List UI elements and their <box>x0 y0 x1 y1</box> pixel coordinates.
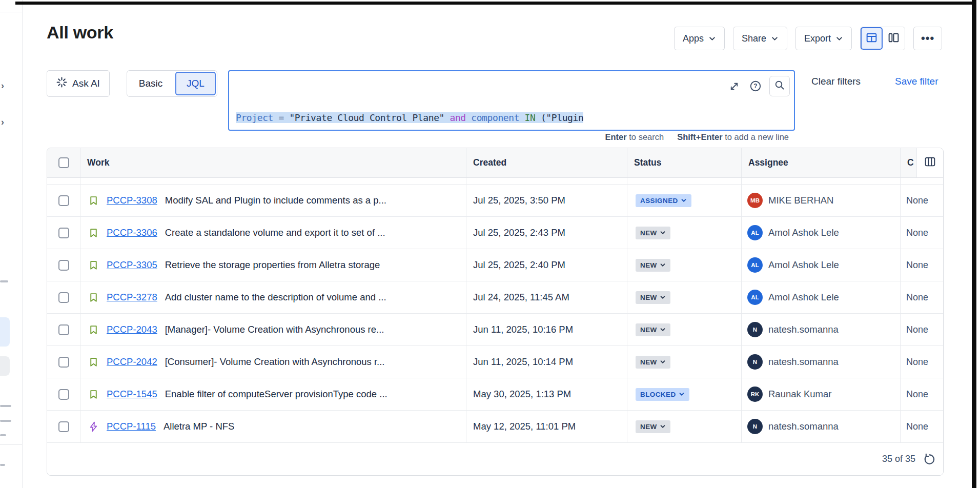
assignee-avatar: N <box>747 322 763 337</box>
table-row[interactable]: PCCP-2042 [Consumer]- Volume Creation wi… <box>47 346 943 378</box>
expand-icon[interactable] <box>726 78 742 94</box>
sidebar-item-fragment[interactable] <box>0 420 11 422</box>
help-icon[interactable]: ? <box>748 78 763 94</box>
status-badge[interactable]: ASSIGNED <box>636 194 691 207</box>
status-badge[interactable]: NEW <box>636 259 670 272</box>
status-badge[interactable]: NEW <box>636 420 670 433</box>
chevron-right-icon[interactable]: › <box>1 117 4 128</box>
table-row[interactable]: PCCP-2043 [Manager]- Volume Creation wit… <box>47 314 943 346</box>
chevron-down-icon <box>660 423 666 430</box>
table-row[interactable]: PCCP-3278 Add cluster name to the descri… <box>47 281 943 314</box>
created-cell: Jun 11, 2025, 10:14 PM <box>466 346 627 378</box>
created-cell: May 30, 2025, 1:13 PM <box>466 378 627 410</box>
story-icon <box>88 260 99 271</box>
ellipsis-icon: ••• <box>921 32 934 45</box>
row-checkbox[interactable] <box>58 260 69 271</box>
mode-basic-button[interactable]: Basic <box>127 71 174 96</box>
column-header-status[interactable]: Status <box>627 148 742 177</box>
ask-ai-button[interactable]: Ask AI <box>47 70 110 97</box>
issue-key-link[interactable]: PCCP-3305 <box>107 259 157 271</box>
share-button[interactable]: Share <box>733 27 787 50</box>
detail-view-button[interactable] <box>883 27 905 50</box>
created-cell: Jul 25, 2025, 2:43 PM <box>466 217 627 249</box>
table-footer: 35 of 35 <box>47 443 943 475</box>
assignee-name: MIKE BERHAN <box>768 195 833 206</box>
chevron-down-icon <box>835 35 843 43</box>
issue-summary: Retrieve the storage properties from All… <box>165 259 380 271</box>
save-filter-button[interactable]: Save filter <box>895 76 938 87</box>
chevron-right-icon[interactable]: › <box>1 80 4 91</box>
row-checkbox[interactable] <box>58 195 69 206</box>
jql-line-1: Project = "Private Cloud Control Plane" … <box>236 112 583 123</box>
apps-button[interactable]: Apps <box>674 27 725 50</box>
sidebar-item-fragment[interactable] <box>0 464 5 466</box>
sidebar-item-fragment[interactable] <box>0 434 6 436</box>
clear-filters-button[interactable]: Clear filters <box>811 76 861 87</box>
toolbar-actions: Apps Share Export <box>674 27 942 50</box>
chevron-down-icon <box>660 294 666 300</box>
row-checkbox[interactable] <box>58 324 69 335</box>
status-badge[interactable]: NEW <box>636 356 670 369</box>
issue-key-link[interactable]: PCCP-1115 <box>107 421 156 432</box>
issue-key-link[interactable]: PCCP-1545 <box>107 389 157 400</box>
capture-border-top <box>15 2 976 5</box>
assignee-avatar: N <box>747 354 763 370</box>
row-checkbox[interactable] <box>58 357 69 368</box>
split-view-icon <box>887 31 900 46</box>
sidebar-item-fragment[interactable] <box>0 280 8 282</box>
sidebar-selected-item[interactable] <box>0 317 10 347</box>
list-view-button[interactable] <box>861 27 883 50</box>
more-actions-button[interactable]: ••• <box>913 27 942 50</box>
mode-jql-button[interactable]: JQL <box>175 72 216 95</box>
status-badge[interactable]: NEW <box>636 291 670 304</box>
sidebar-item-fragment[interactable] <box>0 405 11 407</box>
created-cell: Jul 25, 2025, 3:50 PM <box>466 185 627 216</box>
table-row[interactable]: PCCP-1115 Alletra MP - NFS May 12, 2025,… <box>47 411 943 443</box>
search-button[interactable] <box>769 76 790 96</box>
assignee-name: Amol Ashok Lele <box>768 227 839 238</box>
row-checkbox[interactable] <box>58 292 69 303</box>
select-all-checkbox[interactable] <box>58 157 69 168</box>
chevron-down-icon <box>660 327 666 333</box>
row-checkbox[interactable] <box>58 228 69 238</box>
sidebar-hover-item[interactable] <box>0 356 10 376</box>
jql-input[interactable]: Project = "Private Cloud Control Plane" … <box>236 74 727 128</box>
issue-key-link[interactable]: PCCP-2043 <box>107 324 157 335</box>
row-checkbox[interactable] <box>58 389 69 400</box>
search-icon <box>774 79 785 93</box>
assignee-avatar: N <box>747 419 763 434</box>
status-badge[interactable]: NEW <box>636 323 670 336</box>
refresh-icon[interactable] <box>923 453 936 466</box>
column-header-work[interactable]: Work <box>80 148 466 177</box>
issue-key-link[interactable]: PCCP-3306 <box>107 227 157 238</box>
issue-key-link[interactable]: PCCP-3308 <box>107 195 157 206</box>
svg-text:?: ? <box>753 83 757 90</box>
table-row[interactable]: PCCP-3308 Modify SAL and Plugin to inclu… <box>47 185 943 217</box>
row-checkbox[interactable] <box>58 421 69 432</box>
row-count: 35 of 35 <box>882 454 915 464</box>
table-row[interactable]: PCCP-1545 Enable filter of computeServer… <box>47 378 943 411</box>
export-button[interactable]: Export <box>795 27 852 50</box>
status-badge[interactable]: NEW <box>636 227 670 239</box>
table-row[interactable]: PCCP-3305 Retrieve the storage propertie… <box>47 249 943 281</box>
category-cell: None <box>901 185 943 216</box>
table-header: Work Created Status Assignee C <box>47 148 943 178</box>
assignee-avatar: RK <box>747 387 763 402</box>
column-header-created[interactable]: Created <box>466 148 627 177</box>
story-icon <box>88 389 99 400</box>
issue-summary: Alletra MP - NFS <box>164 421 234 432</box>
column-header-assignee[interactable]: Assignee <box>742 148 901 177</box>
created-cell: Jul 24, 2025, 11:45 AM <box>466 281 627 313</box>
configure-columns-button[interactable] <box>916 148 943 177</box>
issue-summary: Modify SAL and Plugin to include comment… <box>165 195 386 206</box>
issue-summary: [Consumer]- Volume Creation with Asynchr… <box>165 356 385 368</box>
category-cell: None <box>901 249 943 281</box>
issue-key-link[interactable]: PCCP-3278 <box>107 292 157 303</box>
issue-key-link[interactable]: PCCP-2042 <box>107 356 157 368</box>
category-cell: None <box>901 411 943 442</box>
status-badge[interactable]: BLOCKED <box>636 388 689 401</box>
work-table: Work Created Status Assignee C <box>47 148 944 476</box>
chevron-down-icon <box>660 262 666 268</box>
table-row[interactable]: PCCP-3306 Create a standalone volume and… <box>47 217 943 249</box>
search-hint: Enter to searchShift+Enter to add a new … <box>0 132 789 142</box>
